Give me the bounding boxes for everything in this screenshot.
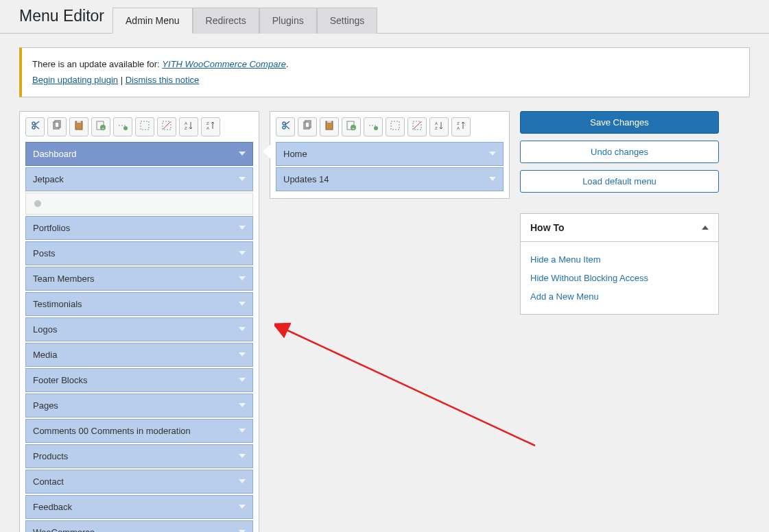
menu-item[interactable]: Jetpack xyxy=(25,167,253,191)
paste-button[interactable] xyxy=(320,117,339,136)
sort-za-button[interactable]: ZA xyxy=(451,117,471,136)
expand-arrow-icon[interactable] xyxy=(489,152,496,156)
tab-settings[interactable]: Settings xyxy=(317,8,378,34)
new-sep-icon xyxy=(368,120,379,133)
menu-item-label: Pages xyxy=(33,400,58,411)
expand-arrow-icon[interactable] xyxy=(239,479,246,483)
sort-az-button[interactable]: AZ xyxy=(429,117,449,136)
cut-icon xyxy=(29,120,40,133)
new-button[interactable]: + xyxy=(91,117,110,136)
sort-az-button[interactable]: AZ xyxy=(179,117,198,136)
menu-separator[interactable] xyxy=(25,193,253,215)
menu-item[interactable]: Home xyxy=(276,142,504,166)
cut-button[interactable] xyxy=(25,117,45,136)
menu-item-label: Jetpack xyxy=(33,174,64,184)
expand-arrow-icon[interactable] xyxy=(239,276,246,280)
menu-item-label: Logos xyxy=(33,324,57,335)
new-icon: + xyxy=(95,120,106,133)
expand-arrow-icon[interactable] xyxy=(239,327,246,331)
menu-item[interactable]: WooCommerce xyxy=(25,520,253,532)
menu-item-label: Home xyxy=(283,149,307,159)
menu-item[interactable]: Footer Blocks xyxy=(25,368,253,392)
menu-item[interactable]: Logos xyxy=(25,317,253,341)
menu-column-right: +AZZA HomeUpdates 14 xyxy=(270,111,510,199)
dismiss-notice-link[interactable]: Dismiss this notice xyxy=(126,75,200,85)
show-icon xyxy=(390,120,401,133)
menu-item-label: WooCommerce xyxy=(33,527,95,532)
hide-button[interactable] xyxy=(157,117,176,136)
menu-item[interactable]: Contact xyxy=(25,470,253,494)
expand-arrow-icon[interactable] xyxy=(239,352,246,356)
notice-plugin-link[interactable]: YITH WooCommerce Compare xyxy=(162,59,286,69)
svg-rect-25 xyxy=(391,121,399,130)
how-to-link[interactable]: Hide a Menu Item xyxy=(530,250,709,269)
copy-button[interactable] xyxy=(47,117,67,136)
show-button[interactable] xyxy=(135,117,154,136)
menu-item[interactable]: Media xyxy=(25,343,253,367)
new-button[interactable]: + xyxy=(342,117,361,136)
menu-item[interactable]: Posts xyxy=(25,241,253,265)
tab-redirects[interactable]: Redirects xyxy=(193,8,259,34)
how-to-link[interactable]: Hide Without Blocking Access xyxy=(530,269,709,287)
paste-icon xyxy=(324,120,335,133)
menu-item[interactable]: Updates 14 xyxy=(276,167,504,191)
menu-item[interactable]: Feedback xyxy=(25,495,253,519)
expand-arrow-icon[interactable] xyxy=(489,177,496,181)
how-to-box: How To Hide a Menu Item Hide Without Blo… xyxy=(520,213,719,315)
menu-item-label: Contact xyxy=(33,476,64,487)
new-sep-icon xyxy=(117,120,128,133)
menu-item[interactable]: Pages xyxy=(25,394,253,418)
hide-icon xyxy=(412,120,423,133)
tab-plugins[interactable]: Plugins xyxy=(259,8,317,34)
menu-item-label: Posts xyxy=(33,248,56,258)
show-button[interactable] xyxy=(386,117,405,136)
update-notice: There is an update available for: YITH W… xyxy=(19,47,750,97)
cut-button[interactable] xyxy=(276,117,295,136)
copy-button[interactable] xyxy=(298,117,317,136)
expand-arrow-icon[interactable] xyxy=(239,428,246,433)
menu-item[interactable]: Team Members xyxy=(25,267,253,291)
expand-arrow-icon[interactable] xyxy=(239,152,246,156)
copy-icon xyxy=(51,120,62,133)
menu-item[interactable]: Testimonials xyxy=(25,292,253,316)
svg-text:Z: Z xyxy=(435,126,438,130)
sort-za-icon: ZA xyxy=(456,120,466,133)
svg-rect-9 xyxy=(141,121,149,130)
separator-handle-icon xyxy=(34,200,41,207)
load-default-button[interactable]: Load default menu xyxy=(520,170,719,193)
begin-updating-link[interactable]: Begin updating plugin xyxy=(32,75,118,85)
svg-text:A: A xyxy=(457,126,460,130)
expand-arrow-icon[interactable] xyxy=(239,251,246,255)
expand-arrow-icon[interactable] xyxy=(239,454,246,458)
paste-button[interactable] xyxy=(69,117,88,136)
how-to-link[interactable]: Add a New Menu xyxy=(530,287,709,306)
svg-point-24 xyxy=(374,126,378,130)
collapse-icon[interactable] xyxy=(702,222,709,233)
notice-prefix: There is an update available for: xyxy=(32,59,162,69)
menu-item-label: Team Members xyxy=(33,274,95,284)
expand-arrow-icon[interactable] xyxy=(239,505,246,509)
svg-line-27 xyxy=(414,122,421,129)
sort-za-button[interactable]: ZA xyxy=(201,117,220,136)
copy-icon xyxy=(302,120,313,133)
tab-admin-menu[interactable]: Admin Menu xyxy=(113,8,193,34)
menu-item[interactable]: Dashboard xyxy=(25,142,253,166)
new-sep-button[interactable] xyxy=(113,117,132,136)
undo-button[interactable]: Undo changes xyxy=(520,141,719,163)
hide-button[interactable] xyxy=(407,117,427,136)
menu-item[interactable]: Products xyxy=(25,444,253,468)
save-button[interactable]: Save Changes xyxy=(520,111,719,134)
svg-text:+: + xyxy=(102,126,104,130)
expand-arrow-icon[interactable] xyxy=(239,177,246,181)
expand-arrow-icon[interactable] xyxy=(239,226,246,230)
menu-item[interactable]: Portfolios xyxy=(25,216,253,240)
expand-arrow-icon[interactable] xyxy=(239,302,246,306)
menu-item[interactable]: Comments 00 Comments in moderation xyxy=(25,419,253,443)
new-sep-button[interactable] xyxy=(364,117,383,136)
expand-arrow-icon[interactable] xyxy=(239,403,246,407)
svg-text:Z: Z xyxy=(185,126,187,130)
new-icon: + xyxy=(346,120,357,133)
expand-arrow-icon[interactable] xyxy=(239,378,246,382)
svg-text:Z: Z xyxy=(206,121,209,125)
menu-item-label: Products xyxy=(33,451,68,461)
